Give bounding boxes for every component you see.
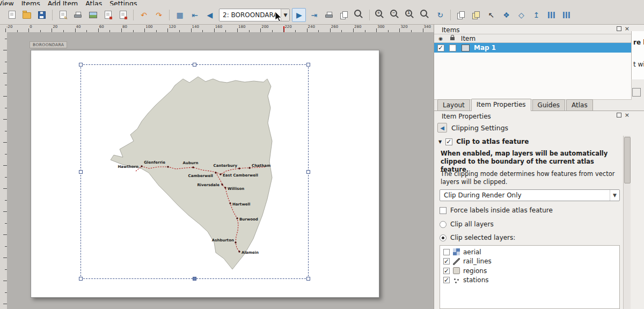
ruler-tick: [144, 28, 145, 32]
new-layout-button[interactable]: [5, 8, 19, 22]
resize-handle-nw[interactable]: [79, 63, 83, 67]
atlas-previous-feature-icon: ◀: [207, 11, 213, 19]
zoom-out-button[interactable]: −: [388, 8, 402, 22]
layout-manager-button[interactable]: [20, 8, 34, 22]
layer-row-regions[interactable]: regions: [440, 266, 619, 276]
ruler-tick: [28, 28, 29, 32]
props-panel-float-icon[interactable]: [617, 113, 621, 117]
toolbar-separator: [52, 10, 53, 20]
align-items-button[interactable]: [544, 8, 558, 22]
combo-dropdown-icon[interactable]: ▼: [281, 9, 289, 21]
items-row-map1[interactable]: Map 1: [434, 43, 631, 53]
layer-row-aerial[interactable]: aerial: [440, 247, 619, 257]
map1-lock-checkbox[interactable]: [449, 45, 456, 52]
ruler-tick: [3, 96, 7, 97]
layout-canvas[interactable]: BOROONDARA HawthornGlenferrieAuburnCambe…: [7, 32, 434, 309]
ruler-label: 160: [215, 25, 222, 29]
copy-items-button[interactable]: [454, 8, 468, 22]
refresh-view-button[interactable]: ↻: [433, 8, 447, 22]
edit-nodes-item-button[interactable]: ◇: [514, 8, 528, 22]
force-labels-checkbox[interactable]: [440, 207, 447, 214]
menu-add-item[interactable]: Add Item: [48, 0, 78, 5]
tab-guides[interactable]: Guides: [532, 99, 566, 111]
menu-view[interactable]: View: [0, 0, 14, 5]
zoom-full-button[interactable]: [418, 8, 432, 22]
zoom-in-button[interactable]: +: [373, 8, 387, 22]
clip-all-layers-radio[interactable]: [440, 221, 447, 228]
clip-info-text: The clipping mode determines how feature…: [441, 170, 620, 186]
layer-row-rail_lines[interactable]: rail_lines: [440, 257, 619, 267]
ruler-tick: [307, 28, 308, 32]
back-button[interactable]: ◀: [437, 123, 447, 133]
ruler-label: -20: [6, 25, 12, 29]
station-label: Canterbury: [214, 164, 238, 168]
zoom-actual-button[interactable]: 1: [403, 8, 417, 22]
distribute-items-button[interactable]: [559, 8, 573, 22]
clipping-mode-select[interactable]: Clip During Render Only ▼: [440, 189, 620, 201]
menu-items[interactable]: Items: [21, 0, 40, 5]
props-scrollbar[interactable]: [623, 136, 631, 309]
map-item-frame[interactable]: HawthornGlenferrieAuburnCamberwellEast C…: [80, 64, 309, 279]
ruler-label: 20: [53, 25, 57, 29]
edge-panel-button[interactable]: [632, 88, 641, 97]
horizontal-ruler: -200204060801001201401601802002202402602…: [0, 25, 435, 33]
ruler-label: 240: [308, 25, 315, 29]
resize-handle-s[interactable]: [193, 277, 196, 281]
station-dot: [238, 251, 240, 252]
redo-button[interactable]: ↷: [152, 8, 166, 22]
menu-settings[interactable]: Settings: [109, 0, 137, 5]
collapse-arrow-icon[interactable]: ▼: [438, 139, 442, 144]
export-atlas-icon: [340, 11, 348, 19]
tab-atlas[interactable]: Atlas: [566, 99, 593, 111]
resize-handle-n[interactable]: [193, 63, 196, 67]
atlas-last-feature-button[interactable]: ⇥: [307, 8, 321, 22]
export-atlas-button[interactable]: [337, 8, 351, 22]
atlas-first-feature-button[interactable]: ⇤: [188, 8, 202, 22]
props-scrollbar-thumb[interactable]: [624, 137, 631, 183]
resize-handle-se[interactable]: [306, 277, 310, 281]
tab-layout[interactable]: Layout: [437, 99, 470, 111]
select-move-item-button[interactable]: ↖: [484, 8, 498, 22]
print-atlas-button[interactable]: [322, 8, 336, 22]
props-panel-close-icon[interactable]: ×: [625, 113, 630, 117]
undo-button[interactable]: ↶: [137, 8, 151, 22]
layer-row-stations[interactable]: stations: [440, 276, 619, 285]
raise-items-button[interactable]: ↥: [529, 8, 543, 22]
resize-handle-e[interactable]: [306, 170, 310, 174]
atlas-next-feature-button[interactable]: ▶: [292, 8, 306, 22]
items-panel-float-icon[interactable]: [617, 26, 621, 31]
new-layout-icon: [9, 11, 16, 19]
export-image-button[interactable]: [86, 8, 100, 22]
resize-handle-sw[interactable]: [79, 277, 83, 281]
paste-items-button[interactable]: [469, 8, 483, 22]
menu-atlas[interactable]: Atlas: [85, 0, 102, 5]
regions-checkbox[interactable]: [443, 268, 450, 274]
items-panel-close-icon[interactable]: ×: [625, 26, 630, 31]
duplicate-layout-button[interactable]: [56, 8, 70, 22]
station-dot: [215, 172, 216, 173]
rail_lines-checkbox[interactable]: [443, 258, 450, 264]
stations-checkbox[interactable]: [443, 277, 450, 283]
ruler-tick: [3, 234, 7, 235]
ruler-tick: [260, 28, 261, 32]
preview-atlas-button[interactable]: [352, 8, 366, 22]
resize-handle-ne[interactable]: [306, 63, 310, 67]
atlas-previous-feature-button[interactable]: ◀: [203, 8, 217, 22]
save-project-button[interactable]: [35, 8, 49, 22]
move-item-content-button[interactable]: ❖: [499, 8, 513, 22]
aerial-checkbox[interactable]: [443, 249, 450, 255]
print-layout-button[interactable]: [71, 8, 85, 22]
clip-all-layers-label: Clip all layers: [450, 220, 494, 228]
resize-handle-w[interactable]: [79, 170, 83, 174]
station-dot: [141, 165, 142, 167]
atlas-feature-combo[interactable]: 2: BOROONDARA▼: [219, 9, 290, 21]
tab-item-properties[interactable]: Item Properties: [471, 99, 531, 111]
atlas-settings-button[interactable]: ▦: [173, 8, 187, 22]
map1-visibility-checkbox[interactable]: [437, 45, 444, 52]
export-svg-button[interactable]: [101, 8, 115, 22]
clip-to-atlas-label: Clip to atlas feature: [456, 138, 529, 145]
clip-to-atlas-checkbox[interactable]: [445, 138, 452, 145]
clip-selected-layers-radio[interactable]: [440, 234, 447, 241]
edit-nodes-item-icon: ◇: [518, 11, 524, 19]
export-pdf-button[interactable]: [116, 8, 130, 22]
